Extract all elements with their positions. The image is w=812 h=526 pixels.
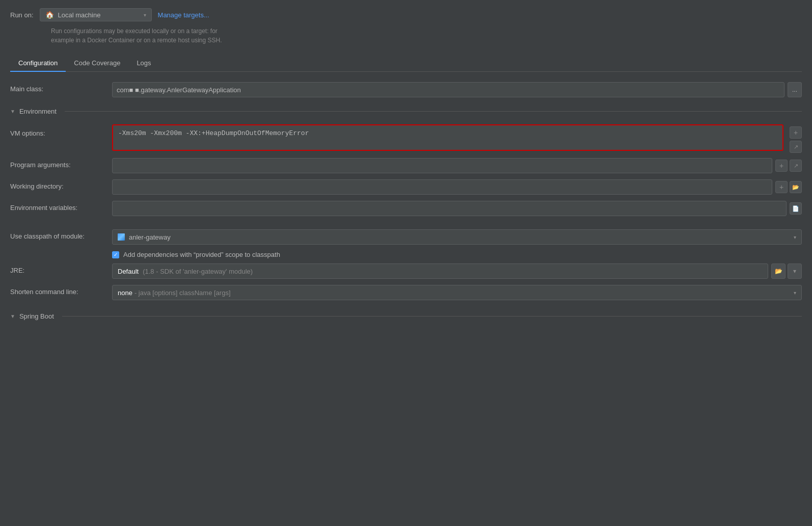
env-vars-label: Environment variables: [10, 201, 112, 212]
chevron-down-icon: ▾ [144, 12, 146, 18]
run-on-label: Run on: [10, 11, 34, 19]
local-machine-text: Local machine [58, 11, 140, 19]
working-dir-input[interactable] [112, 179, 772, 195]
vm-options-expand-button[interactable]: ↗ [790, 141, 802, 153]
jre-detail-text: (1.8 - SDK of 'anler-gateway' module) [143, 268, 253, 275]
program-args-row: Program arguments: + ↗ [10, 158, 802, 174]
environment-section-label: Environment [19, 108, 57, 115]
program-args-input[interactable] [112, 158, 772, 173]
main-container: Run on: 🏠 Local machine ▾ Manage targets… [0, 0, 812, 332]
tab-configuration[interactable]: Configuration [10, 55, 66, 72]
working-dir-label: Working directory: [10, 179, 112, 190]
collapse-triangle-icon: ▼ [10, 109, 15, 114]
jre-actions: 📂 ▾ [771, 264, 802, 279]
description-text: Run configurations may be executed local… [51, 27, 802, 45]
main-class-field: com■ ■.gateway.AnlerGatewayApplication .… [112, 82, 802, 97]
module-icon [118, 233, 125, 241]
env-vars-row: Environment variables: 📄 [10, 201, 802, 217]
vm-options-add-button[interactable]: + [790, 126, 802, 139]
env-vars-input[interactable] [112, 201, 787, 216]
vm-options-row: VM options: + ↗ [10, 124, 802, 153]
shorten-cmd-value: none [118, 289, 132, 297]
vm-options-container [112, 124, 783, 152]
vm-options-input[interactable] [112, 124, 783, 151]
shorten-cmd-detail: - java [options] className [args] [134, 289, 231, 297]
jre-dropdown-button[interactable]: ▾ [788, 264, 802, 279]
checkbox-row: Add dependencies with “provided” scope t… [112, 251, 802, 258]
program-args-add-button[interactable]: + [775, 160, 788, 172]
classpath-module-dropdown[interactable]: anler-gateway ▾ [112, 229, 802, 245]
main-class-row: Main class: com■ ■.gateway.AnlerGatewayA… [10, 82, 802, 98]
checkbox-label: Add dependencies with “provided” scope t… [123, 251, 280, 258]
spring-boot-section-label: Spring Boot [19, 312, 54, 320]
jre-dropdown[interactable]: Default (1.8 - SDK of 'anler-gateway' mo… [112, 264, 768, 279]
working-dir-field: + 📂 [112, 179, 802, 195]
provided-scope-checkbox[interactable] [112, 251, 119, 258]
house-icon: 🏠 [45, 11, 54, 19]
env-vars-actions: 📄 [790, 202, 802, 215]
main-class-input[interactable]: com■ ■.gateway.AnlerGatewayApplication [112, 82, 784, 97]
program-args-label: Program arguments: [10, 158, 112, 169]
vm-options-field: + ↗ [112, 124, 802, 153]
manage-targets-link[interactable]: Manage targets... [158, 11, 209, 19]
env-vars-edit-button[interactable]: 📄 [790, 202, 802, 215]
main-class-label: Main class: [10, 82, 112, 93]
working-dir-actions: + 📂 [775, 181, 802, 193]
working-dir-add-button[interactable]: + [775, 181, 788, 193]
shorten-cmd-field: none - java [options] className [args] ▾ [112, 285, 802, 300]
working-dir-row: Working directory: + 📂 [10, 179, 802, 196]
shorten-cmd-dropdown[interactable]: none - java [options] className [args] ▾ [112, 285, 802, 300]
program-args-field: + ↗ [112, 158, 802, 173]
environment-section-header[interactable]: ▼ Environment [10, 103, 802, 119]
classpath-row: Use classpath of module: anler-gateway ▾ [10, 229, 802, 246]
spring-boot-section-header[interactable]: ▼ Spring Boot [10, 308, 802, 324]
jre-row: JRE: Default (1.8 - SDK of 'anler-gatewa… [10, 264, 802, 280]
tabs-row: Configuration Code Coverage Logs [10, 55, 802, 72]
jre-label: JRE: [10, 264, 112, 274]
main-class-value: com■ ■.gateway.AnlerGatewayApplication [117, 86, 241, 94]
classpath-field: anler-gateway ▾ [112, 229, 802, 245]
shorten-cmd-chevron-icon: ▾ [794, 290, 796, 296]
tab-code-coverage[interactable]: Code Coverage [66, 55, 128, 72]
env-vars-field: 📄 [112, 201, 802, 216]
spacer [10, 222, 802, 229]
tab-logs[interactable]: Logs [128, 55, 159, 72]
program-args-actions: + ↗ [775, 160, 802, 172]
working-dir-browse-button[interactable]: 📂 [790, 181, 802, 193]
jre-field: Default (1.8 - SDK of 'anler-gateway' mo… [112, 264, 802, 279]
browse-button[interactable]: ... [788, 82, 802, 97]
spring-boot-collapse-icon: ▼ [10, 313, 15, 319]
shorten-cmd-row: Shorten command line: none - java [optio… [10, 285, 802, 301]
classpath-module-text: anler-gateway [129, 233, 171, 241]
vm-options-label: VM options: [10, 124, 112, 137]
jre-browse-button[interactable]: 📂 [771, 264, 786, 279]
vm-options-actions: + ↗ [790, 124, 802, 153]
run-on-row: Run on: 🏠 Local machine ▾ Manage targets… [10, 8, 802, 21]
run-on-dropdown[interactable]: 🏠 Local machine ▾ [40, 8, 152, 21]
module-chevron-icon: ▾ [794, 234, 796, 240]
program-args-expand-button[interactable]: ↗ [790, 160, 802, 172]
jre-default-text: Default [118, 268, 139, 275]
shorten-cmd-label: Shorten command line: [10, 285, 112, 296]
classpath-label: Use classpath of module: [10, 229, 112, 240]
